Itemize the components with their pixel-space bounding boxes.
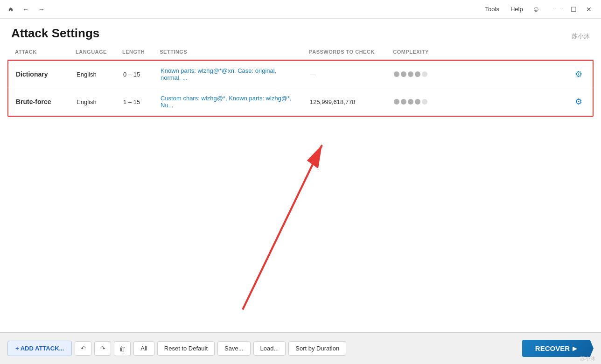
attack-table: ATTACK LANGUAGE LENGTH SETTINGS PASSWORD… [7, 44, 594, 60]
language-dictionary: English [69, 61, 116, 88]
complexity-bruteforce: ⚙ [386, 88, 593, 116]
col-complexity: COMPLEXITY [385, 44, 594, 60]
menu-tools[interactable]: Tools [483, 5, 501, 14]
menu-help[interactable]: Help [509, 5, 525, 14]
dot-4 [415, 99, 420, 105]
title-bar-left: ← → [6, 4, 48, 14]
length-bruteforce: 1 – 15 [116, 88, 153, 116]
dot-5 [422, 71, 427, 77]
window-controls: — ☐ ✕ [551, 5, 595, 14]
col-length: LENGTH [115, 44, 152, 60]
table-header: ATTACK LANGUAGE LENGTH SETTINGS PASSWORD… [7, 44, 594, 60]
col-passwords: PASSWORDS TO CHECK [301, 44, 385, 60]
maximize-button[interactable]: ☐ [567, 5, 580, 14]
back-button[interactable]: ← [20, 5, 32, 14]
reset-to-default-button[interactable]: Reset to Default [157, 341, 215, 356]
bottom-toolbar: + ADD ATTACK... ↶ ↷ 🗑 All Reset to Defau… [0, 332, 601, 364]
minimize-button[interactable]: — [551, 5, 565, 14]
recover-button[interactable]: RECOVER ▶ [522, 340, 594, 357]
table-row: Brute-force English 1 – 15 Custom chars:… [8, 88, 593, 116]
length-dictionary: 0 – 15 [116, 61, 153, 88]
complexity-dots-dictionary [394, 71, 427, 77]
dot-4 [415, 71, 420, 77]
attack-table-body: Dictionary English 0 – 15 Known parts: w… [8, 61, 593, 116]
col-attack: ATTACK [7, 44, 68, 60]
delete-button[interactable]: 🗑 [114, 341, 131, 356]
main-content: ATTACK LANGUAGE LENGTH SETTINGS PASSWORD… [0, 44, 601, 332]
gear-button-bruteforce[interactable]: ⚙ [572, 96, 585, 108]
gear-button-dictionary[interactable]: ⚙ [572, 68, 585, 80]
svg-line-1 [243, 145, 322, 310]
dot-2 [401, 99, 406, 105]
redo-icon: ↷ [100, 345, 105, 352]
add-attack-button[interactable]: + ADD ATTACK... [7, 341, 72, 356]
language-bruteforce: English [69, 88, 116, 116]
header-watermark: 苏小沐 [572, 32, 590, 41]
all-button[interactable]: All [133, 341, 154, 356]
load-button[interactable]: Load... [253, 341, 286, 356]
col-language: LANGUAGE [68, 44, 115, 60]
title-bar: ← → Tools Help ☺ — ☐ ✕ [0, 0, 601, 19]
dot-3 [408, 71, 413, 77]
recover-arrow-icon: ▶ [573, 345, 577, 352]
passwords-bruteforce: 125,999,618,778 [302, 88, 386, 116]
smiley-icon: ☺ [532, 5, 540, 14]
complexity-dots-bruteforce [394, 99, 427, 105]
settings-bruteforce[interactable]: Custom chars: wlzhg@*, Known parts: wlzh… [153, 88, 302, 116]
passwords-dictionary: — [302, 61, 386, 88]
close-button[interactable]: ✕ [582, 5, 595, 14]
forward-button[interactable]: → [35, 5, 48, 14]
sort-by-duration-button[interactable]: Sort by Duration [288, 341, 346, 356]
dot-1 [394, 99, 399, 105]
attack-name-bruteforce: Brute-force [8, 88, 69, 116]
annotation-arrow [0, 117, 601, 332]
recover-label: RECOVER [535, 344, 570, 352]
table-row: Dictionary English 0 – 15 Known parts: w… [8, 61, 593, 88]
highlighted-rows-wrapper: Dictionary English 0 – 15 Known parts: w… [7, 60, 594, 117]
attack-name-dictionary: Dictionary [8, 61, 69, 88]
dot-1 [394, 71, 399, 77]
complexity-dictionary: ⚙ [386, 61, 593, 88]
undo-icon: ↶ [81, 345, 86, 352]
dot-2 [401, 71, 406, 77]
settings-dictionary[interactable]: Known parts: wlzhg@*@xn. Case: original,… [153, 61, 302, 88]
col-settings: SETTINGS [152, 44, 301, 60]
annotation-area [0, 117, 601, 332]
page-title: Attack Settings [11, 26, 99, 41]
trash-icon: 🗑 [119, 345, 126, 352]
footer-watermark: 苏小沐 [580, 355, 595, 362]
home-button[interactable] [6, 4, 16, 14]
undo-button[interactable]: ↶ [75, 341, 91, 356]
redo-button[interactable]: ↷ [94, 341, 111, 356]
page-header: Attack Settings 苏小沐 [0, 19, 601, 44]
save-button[interactable]: Save... [217, 341, 250, 356]
dot-3 [408, 99, 413, 105]
title-bar-right: Tools Help ☺ — ☐ ✕ [483, 5, 595, 14]
dot-5 [422, 99, 427, 105]
